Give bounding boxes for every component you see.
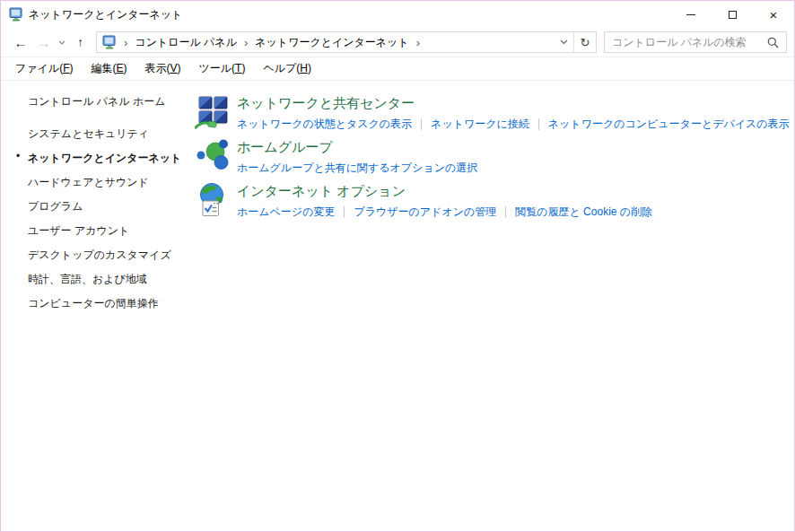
search-box [604,31,787,53]
sidebar-item-control-panel-home[interactable]: コントロール パネル ホーム [28,94,170,109]
task-links: ネットワークの状態とタスクの表示 ネットワークに接続 ネットワークのコンピュータ… [237,117,790,132]
network-sharing-center-link[interactable]: ネットワークと共有センター [237,95,790,112]
task-link-change-homepage[interactable]: ホームページの変更 [237,205,335,220]
sidebar-item-user-accounts[interactable]: ユーザー アカウント [28,223,170,239]
breadcrumb-item-control-panel[interactable]: コントロール パネル [133,35,239,50]
control-panel-icon [102,35,117,49]
sidebar-item-appearance-personalization[interactable]: デスクトップのカスタマイズ [28,248,170,263]
group-network-sharing-center: ネットワークと共有センター ネットワークの状態とタスクの表示 ネットワークに接続… [195,94,794,132]
link-separator [421,118,422,130]
active-bullet-icon: • [16,150,20,162]
breadcrumb-chevron[interactable]: › [411,36,425,49]
menu-bar: ファイル(F) 編集(E) 表示(V) ツール(T) ヘルプ(H) [1,57,794,81]
search-input[interactable] [605,36,767,48]
main-content: ネットワークと共有センター ネットワークの状態とタスクの表示 ネットワークに接続… [170,81,794,531]
sidebar-item-system-security[interactable]: システムとセキュリティ [28,126,170,142]
task-link-manage-browser-addons[interactable]: ブラウザーのアドオンの管理 [354,205,496,220]
sidebar-item-ease-of-access[interactable]: コンピューターの簡単操作 [28,296,170,311]
minimize-icon [686,14,695,15]
breadcrumb-chevron[interactable]: › [118,36,133,49]
page-body: コントロール パネル ホーム システムとセキュリティ •ネットワークとインターネ… [1,81,794,531]
menu-edit[interactable]: 編集(E) [84,58,133,79]
link-separator [538,118,539,130]
navigation-bar: ← → ↑ › コントロール パネル › ネットワークとインターネット › ↻ [1,28,794,57]
task-link-view-network-status[interactable]: ネットワークの状態とタスクの表示 [237,117,412,132]
sidebar-item-network-internet[interactable]: •ネットワークとインターネット [28,151,170,166]
group-text: ネットワークと共有センター ネットワークの状態とタスクの表示 ネットワークに接続… [237,94,790,132]
group-text: ホームグループ ホームグループと共有に関するオプションの選択 [237,138,477,176]
maximize-button[interactable] [712,1,753,28]
title-bar: ネットワークとインターネット × [1,1,794,28]
internet-options-link[interactable]: インターネット オプション [237,183,652,200]
task-link-delete-history-cookies[interactable]: 閲覧の履歴と Cookie の削除 [515,205,652,220]
caption-buttons: × [670,1,794,28]
internet-options-icon[interactable] [195,182,231,218]
breadcrumb-item-network-internet[interactable]: ネットワークとインターネット [253,35,410,50]
group-internet-options: インターネット オプション ホームページの変更 ブラウザーのアドオンの管理 閲覧… [195,182,794,220]
menu-file[interactable]: ファイル(F) [9,58,79,79]
link-separator [505,206,506,218]
control-panel-window: ネットワークとインターネット × ← → ↑ › コントロール パネル › ネッ… [0,0,795,532]
task-link-connect-to-network[interactable]: ネットワークに接続 [431,117,529,132]
close-button[interactable]: × [753,1,794,28]
menu-view[interactable]: 表示(V) [138,58,187,79]
recent-pages-dropdown[interactable] [55,31,68,54]
window-title: ネットワークとインターネット [29,7,182,22]
close-icon: × [770,8,778,22]
menu-tools[interactable]: ツール(T) [193,58,252,79]
address-bar[interactable]: › コントロール パネル › ネットワークとインターネット › ↻ [96,31,597,53]
link-separator [344,206,345,218]
sidebar-item-clock-language-region[interactable]: 時計、言語、および地域 [28,272,170,287]
refresh-button[interactable]: ↻ [574,32,596,52]
sidebar: コントロール パネル ホーム システムとセキュリティ •ネットワークとインターネ… [1,81,170,531]
network-sharing-center-icon[interactable] [195,94,231,130]
search-icon [767,37,779,48]
task-links: ホームページの変更 ブラウザーのアドオンの管理 閲覧の履歴と Cookie の削… [237,205,652,220]
maximize-icon [729,11,737,19]
sidebar-item-hardware-sound[interactable]: ハードウェアとサウンド [28,175,170,190]
group-homegroup: ホームグループ ホームグループと共有に関するオプションの選択 [195,138,794,176]
task-links: ホームグループと共有に関するオプションの選択 [237,161,477,176]
back-button[interactable]: ← [8,31,33,54]
address-dropdown-button[interactable] [554,32,573,52]
control-panel-icon [9,7,23,22]
up-button[interactable]: ↑ [68,31,92,54]
breadcrumb-chevron[interactable]: › [239,36,253,49]
chevron-down-icon [58,40,66,45]
sidebar-item-programs[interactable]: プログラム [28,199,170,214]
homegroup-icon[interactable] [195,138,231,174]
chevron-down-icon [560,39,568,45]
task-link-homegroup-sharing-options[interactable]: ホームグループと共有に関するオプションの選択 [237,161,477,176]
minimize-button[interactable] [670,1,712,28]
homegroup-link[interactable]: ホームグループ [237,139,477,156]
menu-help[interactable]: ヘルプ(H) [257,58,318,79]
task-link-view-network-computers[interactable]: ネットワークのコンピューターとデバイスの表示 [548,117,790,132]
forward-button[interactable]: → [33,31,55,54]
group-text: インターネット オプション ホームページの変更 ブラウザーのアドオンの管理 閲覧… [237,182,652,220]
